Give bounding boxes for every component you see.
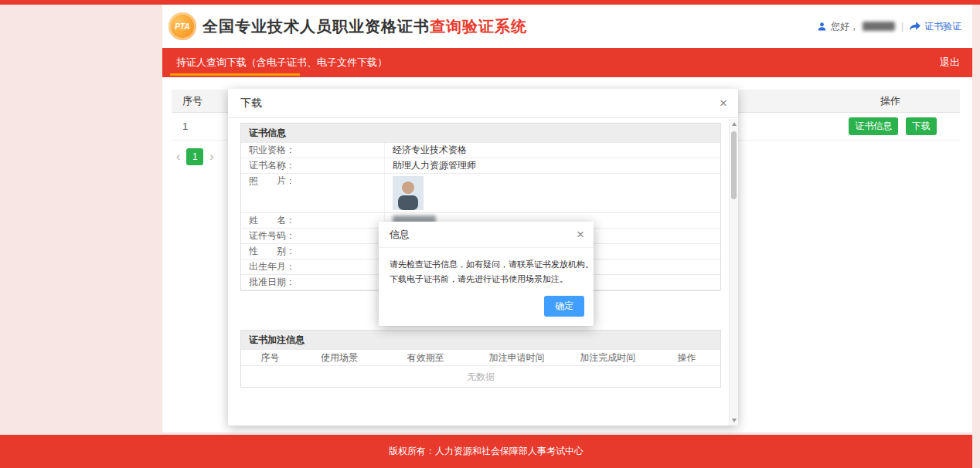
row-actions: 证书信息 下载: [821, 117, 960, 135]
info-modal-footer: 确定: [379, 290, 594, 326]
tab-holder-query-download[interactable]: 持证人查询下载（含电子证书、电子文件下载）: [170, 48, 393, 77]
field-label: 证件号码：: [241, 229, 385, 243]
info-modal-title: 信息: [390, 228, 410, 242]
pagination-page-1[interactable]: 1: [186, 148, 203, 165]
ann-col-valid-until: 有效期至: [380, 350, 471, 365]
user-area: 您好， | 证书验证: [817, 20, 961, 33]
brand: PTA 全国专业技术人员职业资格证书 查询验证系统: [168, 12, 527, 40]
field-label: 职业资格：: [241, 143, 385, 158]
share-arrow-icon: [910, 22, 920, 31]
title-main: 全国专业技术人员职业资格证书: [202, 16, 430, 37]
annotation-section-title: 证书加注信息: [241, 331, 720, 349]
footer: 版权所有：人力资源和社会保障部人事考试中心: [0, 435, 972, 468]
site-header: PTA 全国专业技术人员职业资格证书 查询验证系统 您好， | 证书验证: [162, 5, 972, 48]
no-data-text: 无数据: [241, 365, 720, 387]
download-modal-title: 下载: [240, 97, 262, 110]
divider: |: [901, 21, 903, 32]
field-label: 出生年月：: [241, 259, 385, 274]
page-title: 全国专业技术人员职业资格证书 查询验证系统: [202, 16, 527, 37]
field-label: 批准日期：: [241, 275, 385, 290]
copyright-text: 版权所有：人力资源和社会保障部人事考试中心: [389, 446, 584, 456]
download-modal-close-icon[interactable]: ×: [720, 97, 727, 110]
field-label: 照 片：: [241, 174, 385, 212]
info-modal: 信息 × 请先检查证书信息，如有疑问，请联系证书发放机构。 下载电子证书前，请先…: [379, 222, 594, 326]
user-icon: [817, 22, 827, 32]
scrollbar-down-icon[interactable]: [732, 419, 737, 422]
cert-info-button[interactable]: 证书信息: [849, 117, 898, 135]
ann-col-index: 序号: [241, 350, 298, 365]
download-button[interactable]: 下载: [906, 117, 937, 135]
logout-link[interactable]: 退出: [940, 56, 960, 70]
tab-label: 持证人查询下载（含电子证书、电子文件下载）: [176, 56, 387, 68]
modal-scrollbar[interactable]: [729, 119, 738, 426]
ann-col-action: 操作: [653, 350, 720, 365]
info-modal-header: 信息 ×: [379, 222, 594, 248]
ann-col-apply-time: 加注申请时间: [471, 350, 563, 365]
certificate-info-section-title: 证书信息: [241, 124, 720, 142]
confirm-button[interactable]: 确定: [544, 296, 584, 317]
nav-bar: 持证人查询下载（含电子证书、电子文件下载） 退出: [162, 48, 972, 77]
field-row-cert-name: 证书名称： 助理人力资源管理师: [241, 158, 720, 173]
pta-logo-icon: PTA: [168, 12, 196, 40]
info-line-2: 下载电子证书前，请先进行证书使用场景加注。: [390, 272, 583, 287]
title-accent: 查询验证系统: [430, 16, 527, 37]
info-modal-body: 请先检查证书信息，如有疑问，请联系证书发放机构。 下载电子证书前，请先进行证书使…: [379, 248, 594, 290]
annotation-header-row: 序号 使用场景 有效期至 加注申请时间 加注完成时间 操作: [241, 349, 720, 365]
certificate-verify-link[interactable]: 证书验证: [924, 20, 961, 33]
scrollbar-up-icon[interactable]: [732, 122, 737, 126]
row-index: 1: [172, 120, 233, 132]
certificate-photo: [393, 176, 424, 210]
pagination-next-icon[interactable]: ›: [209, 150, 213, 164]
info-modal-close-icon[interactable]: ×: [577, 228, 584, 241]
field-label: 性 别：: [241, 244, 385, 259]
download-modal-header: 下载 ×: [228, 89, 738, 118]
field-value: 经济专业技术资格: [385, 143, 720, 158]
col-action-header: 操作: [821, 90, 960, 112]
field-row-qualification: 职业资格： 经济专业技术资格: [241, 142, 720, 158]
col-index-header: 序号: [172, 90, 233, 112]
pagination-prev-icon[interactable]: ‹: [176, 150, 180, 164]
field-value: 助理人力资源管理师: [385, 158, 720, 173]
logo-text: PTA: [175, 22, 189, 31]
ann-col-complete-time: 加注完成时间: [562, 350, 653, 365]
field-label: 证书名称：: [241, 158, 385, 173]
scrollbar-thumb[interactable]: [731, 131, 737, 199]
field-row-photo: 照 片：: [241, 173, 720, 212]
field-label: 姓 名：: [241, 213, 385, 228]
ann-col-scene: 使用场景: [298, 350, 379, 365]
greeting-text: 您好，: [831, 20, 859, 33]
active-tab-underline: [170, 73, 300, 76]
info-line-1: 请先检查证书信息，如有疑问，请联系证书发放机构。: [390, 257, 583, 272]
user-name-redacted: [863, 22, 895, 31]
field-value: [385, 174, 720, 212]
annotation-info-table: 证书加注信息 序号 使用场景 有效期至 加注申请时间 加注完成时间 操作 无数据: [240, 330, 721, 388]
